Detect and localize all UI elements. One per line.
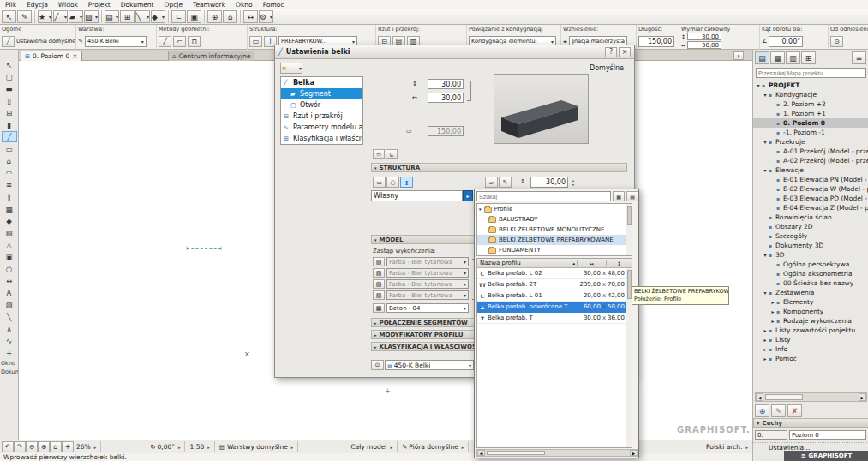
geometry-curved-button[interactable]: ⊓: [188, 36, 201, 47]
tree-item-szczegoly[interactable]: Szczegóły: [753, 231, 868, 241]
tool-text[interactable]: A: [2, 287, 17, 298]
geometry-chained-button[interactable]: ⌐: [173, 36, 186, 47]
view-list-button[interactable]: ▤: [626, 191, 638, 201]
canvas-hotspot[interactable]: +: [218, 245, 224, 252]
tree-item-poziom-plus2[interactable]: 2. Poziom +2: [753, 99, 868, 109]
view-map-button[interactable]: ▦: [770, 51, 785, 64]
cross-section-circle-button[interactable]: ○: [386, 177, 399, 188]
new-pencil-button[interactable]: ✎: [17, 10, 32, 23]
publisher-button[interactable]: ⊞: [801, 51, 816, 64]
zoom-in-button[interactable]: ⊕: [38, 441, 50, 452]
line-type-button[interactable]: ╱: [53, 10, 68, 23]
palette-group-okno[interactable]: Okno: [0, 358, 18, 367]
tree-item-sciezka[interactable]: 00 Ścieżka bez nazwy: [753, 278, 868, 288]
scroll-left-icon[interactable]: ◀: [756, 393, 763, 401]
guide-lines-button[interactable]: ╲: [135, 10, 150, 23]
zoom-fit-button[interactable]: ⌂: [223, 10, 237, 23]
profile-height-field[interactable]: 30,00: [530, 177, 568, 188]
profile-edit-button[interactable]: ✎: [499, 177, 512, 188]
layout-book-button[interactable]: ▥: [786, 51, 800, 64]
structure-basic-button[interactable]: ▭: [249, 36, 262, 47]
favorites-button[interactable]: ★: [38, 10, 52, 23]
options-button[interactable]: ⚙: [259, 10, 273, 23]
palette-group-dokument[interactable]: Dokume: [0, 367, 18, 375]
menu-opcje[interactable]: Opcje: [159, 0, 189, 9]
building-material-select[interactable]: Beton - 04: [386, 303, 469, 313]
profile-table-header[interactable]: Nazwa profilu ▴ ↔ ↕: [477, 259, 632, 268]
menu-dokument[interactable]: Dokument: [116, 0, 159, 9]
tree-item-kondygnacje[interactable]: Kondygnacje: [753, 90, 868, 99]
layer-combination-control[interactable]: ▤Warstwy domyślne: [217, 443, 296, 451]
tool-wall[interactable]: ▬: [2, 83, 17, 94]
scrollbar-thumb[interactable]: [765, 394, 803, 399]
tool-window[interactable]: ⊞: [2, 107, 17, 118]
tab-close-icon[interactable]: ×: [72, 52, 77, 60]
tree-item-poziom-minus1[interactable]: -1. Poziom -1: [753, 128, 868, 137]
ortho-button[interactable]: ∟: [171, 10, 186, 23]
axis-angle-field[interactable]: 0,00°: [769, 36, 803, 47]
tree-item-pomoc[interactable]: Pomoc: [753, 354, 868, 363]
default-settings-label[interactable]: Ustawienia domyślne: [16, 38, 75, 45]
canvas-hotspot[interactable]: +: [184, 245, 189, 252]
tool-slab[interactable]: ▭: [2, 143, 17, 154]
dialog-layer-select[interactable]: ▤ 450-K Belki: [385, 360, 474, 370]
tree-item-przekroj-a02[interactable]: A-02 Przekrój (Model - przebudowani: [753, 156, 868, 165]
beam-height-field[interactable]: 30,00: [428, 79, 464, 89]
help-button[interactable]: ?: [605, 47, 617, 57]
navigator-menu-button[interactable]: ≡: [852, 51, 866, 64]
menu-okno[interactable]: Okno: [230, 0, 258, 9]
tree-item-listy[interactable]: Listy: [753, 335, 868, 344]
tool-lamp[interactable]: ○: [2, 263, 17, 274]
tree-scrollbar[interactable]: [626, 204, 632, 255]
navigator-horizontal-scrollbar[interactable]: ◀ ▶: [755, 392, 867, 402]
delete-view-button[interactable]: ✗: [787, 404, 802, 417]
nav-item-rzut[interactable]: ⊟Rzut i przekrój: [281, 111, 362, 122]
tab-poziom-0[interactable]: ⊞ 0. Poziom 0 ×: [21, 51, 82, 61]
folder-profile[interactable]: ▾Profile: [477, 204, 632, 214]
stepper-icon[interactable]: ◂▸: [563, 39, 567, 44]
nav-item-belka[interactable]: ╱Belka: [281, 77, 362, 88]
nav-item-segment[interactable]: ▰Segment: [281, 88, 362, 99]
dialog-title-bar[interactable]: ╱ Ustawienia belki ? ×: [275, 45, 634, 59]
profile-row[interactable]: TBelka prefab. T30,00x36,00: [477, 313, 632, 324]
tool-door[interactable]: ▯: [2, 95, 17, 106]
group-button[interactable]: ▣: [187, 10, 201, 23]
tool-dimension[interactable]: ↔: [2, 275, 17, 286]
menu-edycja[interactable]: Edycja: [21, 0, 53, 9]
finish-top-select[interactable]: Farba - Biel tytanowa: [386, 257, 469, 266]
tool-line[interactable]: ╲: [2, 311, 17, 322]
segment-multi-button[interactable]: ⊑: [386, 149, 398, 159]
default-settings-button[interactable]: ╱: [2, 36, 15, 47]
scroll-left-icon[interactable]: ◀: [477, 450, 485, 456]
zoom-out-button[interactable]: ⊖: [26, 441, 38, 452]
tree-item-info[interactable]: Info: [753, 344, 868, 354]
finish-ends-button[interactable]: ▨: [373, 290, 385, 300]
project-map-button[interactable]: ▤: [755, 51, 769, 64]
profile-height-stepper[interactable]: ▴ ▾: [570, 177, 577, 188]
tool-marquee[interactable]: ▢: [2, 71, 17, 82]
pan-button[interactable]: +: [62, 441, 74, 452]
edit-view-button[interactable]: ✎: [771, 404, 786, 417]
add-view-button[interactable]: ⊕: [755, 404, 769, 417]
tree-item-poziom-plus1[interactable]: 1. Poziom +1: [753, 109, 868, 118]
tree-item-aksonometria[interactable]: Ogólna aksonometria: [753, 269, 868, 278]
tool-mesh[interactable]: △: [2, 239, 17, 250]
menu-widok[interactable]: Widok: [53, 0, 83, 9]
finish-ends-select[interactable]: Farba - Biel tytanowa: [386, 290, 469, 300]
tool-hotspot[interactable]: +: [2, 347, 17, 358]
tool-stair[interactable]: ≡: [2, 179, 17, 190]
nav-item-klasyfikacja[interactable]: ⊞Klasyfikacja i właściwości: [281, 133, 362, 144]
profile-row-selected[interactable]: ⊥Belka prefab. odwrócone T60,00x50,00: [477, 302, 632, 313]
popup-horizontal-scrollbar[interactable]: ◀ ▶: [476, 449, 638, 457]
finish-bottom-button[interactable]: ▨: [373, 279, 385, 289]
tool-polyline[interactable]: ∧: [2, 323, 17, 334]
geometry-straight-button[interactable]: ╱: [159, 36, 171, 47]
profile-view-button[interactable]: ▱: [485, 177, 498, 188]
tool-roof[interactable]: ⌂: [2, 155, 17, 166]
finish-top-button[interactable]: ▨: [373, 257, 385, 266]
profile-row[interactable]: TTBelka prefab. 2T239,80x70,00: [477, 279, 632, 290]
view-columns-button[interactable]: ▦: [613, 191, 625, 201]
tree-item-elementy[interactable]: Elementy: [753, 297, 868, 307]
profile-chooser-button[interactable]: ▸: [463, 190, 473, 201]
favorites-button[interactable]: ★: [280, 63, 302, 74]
